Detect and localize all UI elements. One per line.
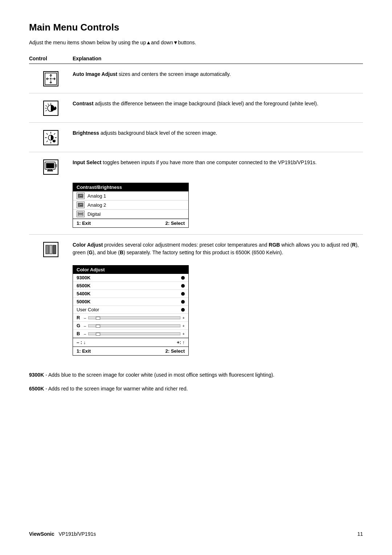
osd-analog1-label: Analog 1 bbox=[87, 193, 106, 199]
osd-9300k-label: 9300K bbox=[77, 275, 90, 280]
svg-line-18 bbox=[46, 133, 48, 135]
contrast-brightness-osd: Contrast/Brightness Analog 1 Analog 2 Di… bbox=[73, 183, 189, 228]
osd-9300k-bullet bbox=[181, 276, 185, 280]
input-select-icon-cell bbox=[29, 159, 73, 175]
osd-g-slider-row: G – + bbox=[73, 322, 188, 330]
osd-b-minus: – bbox=[84, 332, 86, 336]
osd-6500k-bullet bbox=[181, 284, 185, 288]
osd-5400k-row: 5400K bbox=[73, 290, 188, 298]
osd-ca-title: Color Adjust bbox=[73, 266, 188, 274]
svg-line-20 bbox=[54, 133, 56, 135]
entry-input-select: Input Select toggles between inputs if y… bbox=[29, 152, 363, 235]
footer-model: VP191b/VP191s bbox=[58, 531, 96, 537]
extra-6500k: 6500K - Adds red to the screen image for… bbox=[29, 385, 363, 393]
brightness-icon bbox=[43, 130, 58, 145]
osd-digital-row: Digital bbox=[73, 210, 188, 219]
footer-brand: ViewSonic bbox=[29, 531, 54, 537]
osd-analog1-icon bbox=[77, 193, 85, 199]
entry-brightness: Brightness adjusts background black leve… bbox=[29, 123, 363, 152]
svg-line-21 bbox=[46, 141, 48, 142]
osd-ca-nav: – : ↓ +: ↑ bbox=[73, 338, 188, 347]
svg-rect-28 bbox=[48, 170, 53, 171]
osd-r-minus: – bbox=[84, 316, 86, 320]
osd-ca-nav-right: +: ↑ bbox=[177, 340, 185, 345]
color-adjust-text: Color Adjust provides several color adju… bbox=[73, 241, 363, 256]
osd-b-plus: + bbox=[183, 332, 185, 336]
osd-g-label: G bbox=[77, 323, 84, 328]
svg-line-9 bbox=[48, 104, 49, 105]
svg-line-8 bbox=[46, 110, 47, 111]
osd-usercolor-label: User Color bbox=[77, 307, 99, 312]
contrast-icon bbox=[43, 101, 58, 116]
osd-6500k-row: 6500K bbox=[73, 282, 188, 290]
osd-b-track bbox=[88, 332, 180, 335]
osd-r-track bbox=[88, 316, 180, 319]
svg-rect-37 bbox=[78, 213, 83, 215]
osd-cb-footer: 1: Exit 2: Select bbox=[73, 219, 188, 227]
osd-cb-select: 2: Select bbox=[166, 220, 185, 226]
brightness-icon-cell bbox=[29, 129, 73, 145]
auto-image-adjust-text: Auto Image Adjust sizes and centers the … bbox=[73, 70, 363, 78]
color-adjust-icon-cell bbox=[29, 241, 73, 257]
svg-rect-38 bbox=[46, 245, 49, 254]
osd-usercolor-bullet bbox=[181, 308, 185, 312]
osd-b-thumb bbox=[96, 333, 100, 336]
osd-9300k-row: 9300K bbox=[73, 274, 188, 282]
col-explanation-header: Explanation bbox=[73, 56, 363, 61]
osd-analog2-icon bbox=[77, 202, 85, 208]
osd-b-label: B bbox=[77, 331, 84, 336]
page-footer: ViewSonic VP191b/VP191s 11 bbox=[29, 531, 363, 537]
osd-ca-select: 2: Select bbox=[166, 348, 185, 354]
osd-ca-footer: 1: Exit 2: Select bbox=[73, 347, 188, 355]
entry-color-adjust: Color Adjust provides several color adju… bbox=[29, 235, 363, 362]
extra-9300k: 9300K - Adds blue to the screen image fo… bbox=[29, 371, 363, 379]
footer-brand-model: ViewSonic VP191b/VP191s bbox=[29, 531, 96, 537]
osd-usercolor-row: User Color bbox=[73, 306, 188, 314]
input-select-icon bbox=[43, 159, 58, 175]
svg-rect-26 bbox=[46, 163, 54, 168]
auto-image-adjust-icon-cell bbox=[29, 70, 73, 86]
osd-ca-nav-left: – : ↓ bbox=[77, 340, 86, 345]
osd-5000k-bullet bbox=[181, 300, 185, 304]
osd-r-label: R bbox=[77, 315, 84, 320]
svg-rect-39 bbox=[49, 245, 52, 254]
osd-5400k-bullet bbox=[181, 292, 185, 296]
osd-ca-exit: 1: Exit bbox=[77, 348, 91, 354]
osd-r-plus: + bbox=[183, 316, 185, 320]
osd-g-plus: + bbox=[183, 324, 185, 328]
svg-point-13 bbox=[54, 106, 55, 108]
osd-g-minus: – bbox=[84, 324, 86, 328]
svg-rect-40 bbox=[53, 245, 56, 254]
osd-5000k-row: 5000K bbox=[73, 298, 188, 306]
osd-digital-label: Digital bbox=[87, 211, 101, 217]
svg-point-24 bbox=[54, 139, 54, 140]
osd-digital-icon bbox=[77, 211, 85, 217]
intro-text: Adjust the menu items shown below by usi… bbox=[29, 40, 363, 45]
osd-cb-title: Contrast/Brightness bbox=[73, 183, 188, 191]
osd-6500k-label: 6500K bbox=[77, 283, 90, 288]
osd-5000k-label: 5000K bbox=[77, 299, 90, 304]
page-title: Main Menu Controls bbox=[29, 22, 363, 33]
color-adjust-osd: Color Adjust 9300K 6500K 5400K 5000K Use… bbox=[73, 265, 189, 356]
osd-r-slider-row: R – + bbox=[73, 314, 188, 322]
table-header: Control Explanation bbox=[29, 56, 363, 64]
osd-analog2-label: Analog 2 bbox=[87, 202, 106, 208]
osd-analog2-row: Analog 2 bbox=[73, 200, 188, 210]
color-adjust-icon bbox=[43, 242, 58, 257]
osd-5400k-label: 5400K bbox=[77, 291, 90, 296]
osd-g-thumb bbox=[96, 325, 100, 328]
auto-image-adjust-icon bbox=[43, 71, 58, 86]
osd-g-track bbox=[88, 324, 180, 327]
osd-b-slider-row: B – + bbox=[73, 330, 188, 338]
contrast-text: Contrast adjusts the difference between … bbox=[73, 100, 363, 108]
svg-line-7 bbox=[46, 105, 47, 106]
contrast-icon-cell bbox=[29, 100, 73, 116]
osd-r-thumb bbox=[96, 317, 100, 320]
osd-cb-exit: 1: Exit bbox=[77, 220, 91, 226]
brightness-text: Brightness adjusts background black leve… bbox=[73, 129, 363, 137]
input-select-text: Input Select toggles between inputs if y… bbox=[73, 159, 363, 166]
svg-point-5 bbox=[50, 78, 52, 80]
footer-page-number: 11 bbox=[357, 531, 363, 537]
entry-contrast: Contrast adjusts the difference between … bbox=[29, 93, 363, 123]
osd-analog1-row: Analog 1 bbox=[73, 191, 188, 200]
